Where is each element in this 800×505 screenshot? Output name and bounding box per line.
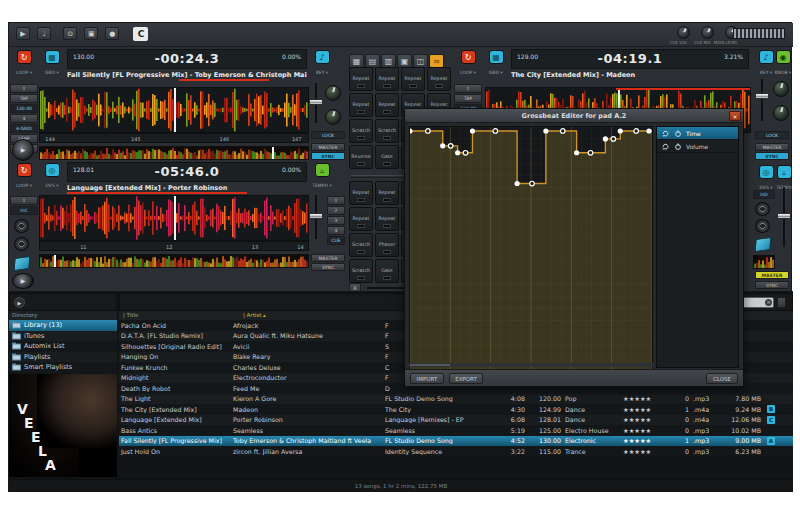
- clear-search-icon[interactable]: ×: [765, 299, 772, 306]
- column-artist[interactable]: | Artist: [243, 311, 265, 320]
- deck-b-master-button[interactable]: MASTER: [755, 143, 789, 151]
- deck-d-master-button[interactable]: MASTER: [755, 271, 789, 279]
- deck-a-waveform[interactable]: [39, 87, 309, 133]
- sidebar-item-playlists[interactable]: Playlists: [9, 352, 117, 363]
- sidebar-item-smart-playlists[interactable]: Smart Playlists: [9, 362, 117, 373]
- loop-mode-icon[interactable]: [661, 142, 670, 150]
- deck-d-overview[interactable]: [753, 255, 775, 269]
- grid-icon[interactable]: ▦: [45, 50, 60, 64]
- deck-a-master-button[interactable]: MASTER: [311, 143, 345, 151]
- fx-tab-0[interactable]: ▦: [349, 54, 364, 68]
- dvs-dropdown[interactable]: DVS: [39, 183, 65, 188]
- table-row[interactable]: Bass AnticsSeamlessSeamless5:19125.00Ele…: [119, 425, 793, 436]
- deck-a-jog-wheel[interactable]: [12, 139, 34, 161]
- table-row[interactable]: The LightKieron A GoreFL Studio Demo Son…: [119, 394, 793, 405]
- search-options-button[interactable]: [777, 297, 786, 308]
- deck-b-sync-button[interactable]: SYNC: [755, 152, 789, 160]
- deck-c-master-button[interactable]: MASTER: [311, 254, 345, 262]
- fx-pad[interactable]: Repeat: [375, 207, 399, 231]
- fx-pad[interactable]: Repeat: [427, 67, 451, 91]
- channel-time[interactable]: Time: [657, 127, 738, 140]
- deck-a-grid-group[interactable]: ▦ GRD: [39, 50, 65, 75]
- loop-length-select[interactable]: 1: [10, 196, 38, 205]
- deck-b-loop-group[interactable]: ↻ LOOP: [455, 50, 481, 75]
- deck-c-jog-wheel[interactable]: [12, 273, 34, 289]
- deck-b-keylock-button[interactable]: LOCK: [755, 131, 789, 139]
- table-row[interactable]: Language [Extended Mix]Porter RobinsonLa…: [119, 415, 793, 426]
- knob-dropdown[interactable]: KNOB: [773, 70, 793, 75]
- table-row[interactable]: The City [Extended Mix]MadeonThe City4:3…: [119, 404, 793, 415]
- deck-b-grid-group[interactable]: ▦ GRD: [483, 50, 509, 75]
- loop-dropdown[interactable]: LOOP: [11, 183, 37, 188]
- dot-icon[interactable]: ●: [105, 27, 119, 40]
- dvs-icon[interactable]: ◎: [759, 165, 774, 179]
- tempo-icon[interactable]: ▵: [777, 165, 792, 179]
- grid-icon[interactable]: ▦: [489, 50, 504, 64]
- power-icon[interactable]: [674, 129, 682, 138]
- deck-c-sync-button[interactable]: SYNC: [311, 263, 345, 271]
- deck-c-tempo-group[interactable]: ▵ TEMPO: [309, 163, 335, 188]
- fx-pad[interactable]: Repeat: [349, 181, 373, 205]
- grid-dropdown[interactable]: GRD: [483, 70, 509, 75]
- deck-b-knob-group[interactable]: ◉ KNOB: [773, 50, 793, 75]
- fx-pad[interactable]: Phaser: [375, 233, 399, 257]
- loop-length-select[interactable]: 1: [10, 84, 38, 93]
- deck-a-pitch-fader[interactable]: [309, 83, 323, 123]
- fx-pad[interactable]: Repeat: [349, 93, 373, 117]
- grid-4-button[interactable]: 4-GRID: [10, 124, 38, 133]
- deck-c-dvs-group[interactable]: ◎ DVS: [39, 163, 65, 188]
- loop-mode-icon[interactable]: [661, 129, 670, 137]
- tap-button[interactable]: TAP: [10, 94, 38, 103]
- dialog-title[interactable]: Grossbeat Editor for pad A.2: [405, 109, 743, 123]
- turntable-icon[interactable]: [14, 237, 29, 251]
- fx-pad[interactable]: Repeat: [375, 67, 399, 91]
- loop-icon[interactable]: ↻: [17, 163, 32, 177]
- fx-pad[interactable]: Repeat: [375, 181, 399, 205]
- fx-pad[interactable]: Repeat: [375, 93, 399, 117]
- deck-c-overview[interactable]: [39, 254, 309, 268]
- loop-length-select[interactable]: 1: [454, 84, 482, 93]
- deck-b-gain-knob[interactable]: [773, 105, 789, 121]
- play-icon[interactable]: ▶: [16, 27, 30, 40]
- deck-b-filter-knob[interactable]: [773, 81, 789, 97]
- input-select[interactable]: InC: [10, 206, 38, 215]
- fx-pad[interactable]: Repeat: [349, 207, 373, 231]
- metronome-icon[interactable]: ♩: [37, 27, 51, 40]
- fx-pad[interactable]: Repeat: [349, 67, 373, 91]
- deck-c-waveform[interactable]: [39, 195, 309, 241]
- deck-c-pitch-fader[interactable]: [309, 195, 323, 239]
- loop-dropdown[interactable]: LOOP: [455, 70, 481, 75]
- close-button[interactable]: CLOSE: [706, 373, 738, 384]
- knob-icon[interactable]: ◉: [776, 50, 791, 64]
- fx-pad[interactable]: Gate: [375, 145, 399, 169]
- export-button[interactable]: EXPORT: [449, 373, 483, 384]
- vinyl-icon[interactable]: [755, 237, 772, 252]
- deck-a-filter-knob[interactable]: [325, 85, 341, 101]
- fx-tab-1[interactable]: ▤: [365, 54, 380, 68]
- sidebar-item-itunes[interactable]: iTunes: [9, 331, 117, 342]
- deck-a-gain-knob[interactable]: [325, 109, 341, 125]
- tempo-icon[interactable]: ▵: [315, 163, 330, 177]
- fx-pad[interactable]: Scratch: [349, 259, 373, 283]
- deck-a-key-group[interactable]: ♪ KEY: [309, 50, 335, 75]
- column-title[interactable]: | Title: [123, 311, 138, 320]
- grid-dropdown[interactable]: GRD: [39, 70, 65, 75]
- fx-tab-3[interactable]: ▣: [397, 54, 412, 68]
- deck-a-sync-button[interactable]: SYNC: [311, 152, 345, 160]
- fx-pad[interactable]: Gate: [375, 259, 399, 283]
- key-dropdown[interactable]: KEY: [309, 70, 335, 75]
- import-button[interactable]: IMPORT: [410, 373, 444, 384]
- deck-d-pitch-fader[interactable]: [777, 187, 791, 247]
- fx-pad[interactable]: Scratch: [349, 119, 373, 143]
- loop-icon[interactable]: ↻: [461, 50, 476, 64]
- deck-c-loop-group[interactable]: ↻ LOOP: [11, 163, 37, 188]
- turntable-icon[interactable]: [14, 219, 29, 233]
- fx-pad[interactable]: Repeat: [401, 67, 425, 91]
- power-icon[interactable]: [674, 142, 682, 151]
- fx-pad[interactable]: Reverse: [349, 145, 373, 169]
- table-row[interactable]: Fall Silently [FL Progressive Mix]Toby E…: [119, 436, 793, 447]
- tempo-dropdown[interactable]: TEMPO: [309, 183, 335, 188]
- dialog-scrollbar[interactable]: [409, 363, 653, 367]
- loop-dropdown[interactable]: LOOP: [11, 70, 37, 75]
- preview-play-icon[interactable]: ▶: [14, 297, 25, 308]
